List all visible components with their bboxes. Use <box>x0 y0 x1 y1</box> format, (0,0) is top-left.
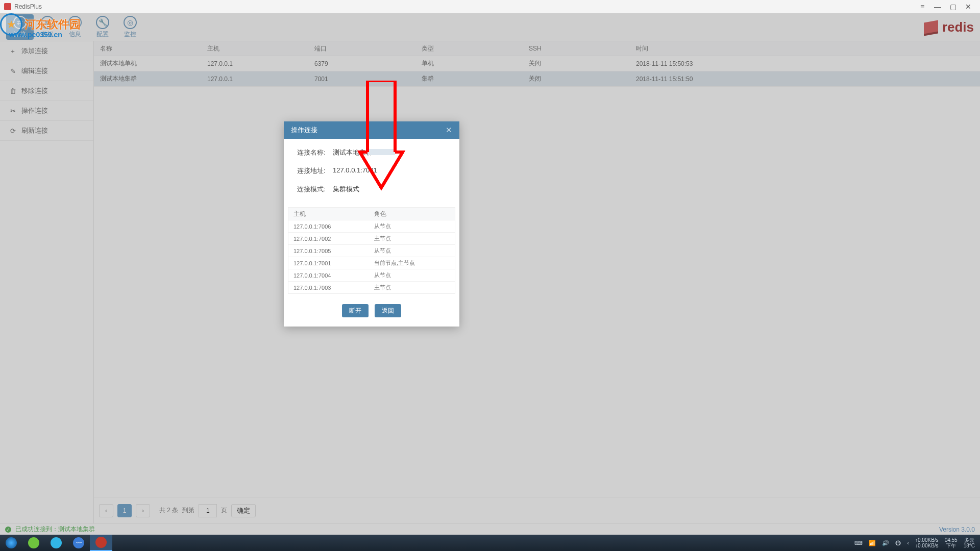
dialog-node-table: 主机 角色 127.0.0.1:7006从节点 127.0.0.1:7002主节… <box>288 207 455 294</box>
taskbar-app[interactable] <box>45 535 67 551</box>
field-value-mode: 集群模式 <box>333 185 359 194</box>
node-row[interactable]: 127.0.0.1:7003主节点 <box>288 281 455 293</box>
system-tray: ⌨ 📶 🔊 ⏻ ‹ ↑0.00KB/s↓0.00KB/s 04:55下午 多云1… <box>849 537 980 548</box>
app-icon <box>4 3 11 10</box>
taskbar-app[interactable]: 〰 <box>67 535 90 551</box>
field-label-addr: 连接地址: <box>297 166 333 176</box>
window-maximize-button[interactable]: ▢ <box>945 2 961 12</box>
window-titlebar: RedisPlus ≡ — ▢ ✕ <box>0 0 980 13</box>
activity-icon: 〰 <box>73 537 84 548</box>
volume-icon[interactable]: 🔊 <box>882 540 889 546</box>
redis-icon <box>95 537 107 548</box>
network-speed: ↑0.00KB/s↓0.00KB/s <box>915 537 939 548</box>
node-row[interactable]: 127.0.0.1:7004从节点 <box>288 269 455 281</box>
dialog-header: 操作连接 ✕ <box>284 121 459 139</box>
power-icon[interactable]: ⏻ <box>895 540 901 546</box>
field-label-mode: 连接模式: <box>297 185 333 194</box>
operate-connection-dialog: 操作连接 ✕ 连接名称:测试本地集群 连接地址:127.0.0.1:7001 连… <box>284 121 459 327</box>
mth-role: 角色 <box>369 208 455 220</box>
dialog-title: 操作连接 <box>291 126 317 135</box>
taskbar-launcher[interactable] <box>0 535 22 551</box>
wifi-icon[interactable]: 📶 <box>869 540 876 546</box>
os-taskbar: 〰 ⌨ 📶 🔊 ⏻ ‹ ↑0.00KB/s↓0.00KB/s 04:55下午 多… <box>0 535 980 551</box>
deepin-icon <box>6 537 17 548</box>
dialog-disconnect-button[interactable]: 断开 <box>342 304 369 317</box>
taskbar-app[interactable] <box>22 535 45 551</box>
node-row[interactable]: 127.0.0.1:7005从节点 <box>288 244 455 257</box>
app-icon <box>51 537 62 548</box>
window-title: RedisPlus <box>14 3 42 10</box>
node-row[interactable]: 127.0.0.1:7006从节点 <box>288 220 455 232</box>
tray-chevron-icon[interactable]: ‹ <box>907 540 909 546</box>
taskbar-weather[interactable]: 多云18°C <box>964 537 975 548</box>
dialog-back-button[interactable]: 返回 <box>375 304 401 317</box>
app-icon <box>28 537 39 548</box>
window-minimize-button[interactable]: — <box>930 2 945 12</box>
field-value-name: 测试本地集群 <box>333 148 373 157</box>
field-value-addr: 127.0.0.1:7001 <box>333 166 377 176</box>
field-label-name: 连接名称: <box>297 148 333 157</box>
node-row[interactable]: 127.0.0.1:7002主节点 <box>288 232 455 244</box>
window-close-button[interactable]: ✕ <box>961 2 976 12</box>
dialog-close-button[interactable]: ✕ <box>446 126 452 135</box>
window-menu-button[interactable]: ≡ <box>915 2 930 12</box>
keyboard-icon[interactable]: ⌨ <box>854 540 863 546</box>
taskbar-app-redisplus[interactable] <box>90 535 112 551</box>
mth-host: 主机 <box>288 208 369 220</box>
taskbar-clock[interactable]: 04:55下午 <box>945 537 958 548</box>
modal-overlay <box>0 13 980 535</box>
node-row[interactable]: 127.0.0.1:7001当前节点,主节点 <box>288 257 455 269</box>
